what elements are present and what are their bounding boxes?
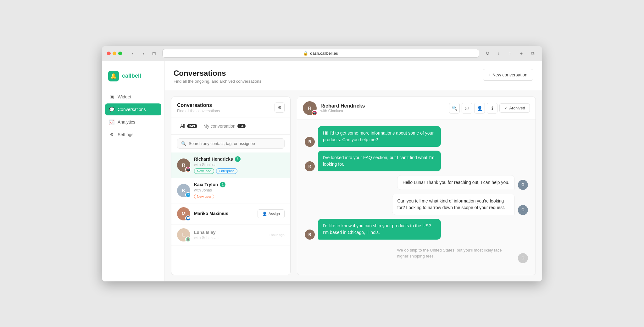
list-item[interactable]: K ✈ Kaia Tryfon 1 with Jonas New xyxy=(171,178,290,203)
security-icon: 🔒 xyxy=(303,51,308,56)
message-bubble: We do ship to the United States, but you… xyxy=(392,243,515,263)
message-row: Can you tell me what kind of information… xyxy=(305,194,528,215)
chat-info-button[interactable]: ℹ xyxy=(487,103,497,114)
assign-label: Assign xyxy=(269,212,280,216)
chat-tag-button[interactable]: 🏷 xyxy=(462,103,472,114)
browser-window: ‹ › ⊡ 🔒 dash.callbell.eu ↻ ↓ ↑ + ⧉ 🔔 cal… xyxy=(102,46,542,281)
panel-settings-button[interactable]: ⚙ xyxy=(275,103,285,113)
sidebar-item-widget[interactable]: ▣ Widget xyxy=(105,91,161,103)
sidebar-item-conversations[interactable]: 💬 Conversations xyxy=(105,103,161,115)
sidebar-toggle-button[interactable]: ⊡ xyxy=(150,49,158,58)
conv-info-kaia: Kaia Tryfon 1 with Jonas New user xyxy=(194,182,285,199)
tabs: All 349 My conversation 84 xyxy=(171,118,290,135)
widget-icon: ▣ xyxy=(109,94,114,100)
close-button[interactable] xyxy=(107,52,111,55)
avatar-wrap-richard: R 📷 xyxy=(177,158,190,172)
list-item[interactable]: R 📷 Richard Hendricks 3 with Gianluca xyxy=(171,152,290,178)
message-row: We do ship to the United States, but you… xyxy=(305,243,528,263)
conv-time-luna: 1 hour ago xyxy=(268,233,285,237)
sidebar-item-settings[interactable]: ⚙ Settings xyxy=(105,129,161,141)
msg-avatar-richard2: R xyxy=(305,161,315,171)
traffic-lights xyxy=(107,52,122,55)
settings-icon: ⚙ xyxy=(109,132,114,137)
panel-header: Conversations Find all the conversations… xyxy=(171,97,290,118)
message-row: Hello Luna! Thank you for reaching out, … xyxy=(305,175,528,190)
tabs-button[interactable]: ⧉ xyxy=(528,49,537,58)
avatar-wrap-kaia: K ✈ xyxy=(177,184,190,197)
sidebar-item-analytics[interactable]: 📈 Analytics xyxy=(105,116,161,128)
archived-button[interactable]: ✓ Archived xyxy=(499,103,530,113)
search-box[interactable]: 🔍 xyxy=(177,138,285,149)
browser-actions: ↻ ↓ ↑ + ⧉ xyxy=(483,49,537,58)
gear-icon: ⚙ xyxy=(278,105,282,110)
message-bubble: I've looked into your FAQ section, but I… xyxy=(318,151,441,171)
msg-avatar-agent3: G xyxy=(518,253,528,263)
msg-avatar-richard3: R xyxy=(305,230,315,240)
add-tab-button[interactable]: + xyxy=(517,49,526,58)
tag-enterprise: Enterprise xyxy=(216,168,237,174)
share-button[interactable]: ↑ xyxy=(506,49,514,58)
maximize-button[interactable] xyxy=(118,52,122,55)
browser-controls: ‹ › ⊡ xyxy=(128,49,158,58)
chat-header-info: Richard Hendricks with Gianluca xyxy=(320,103,445,113)
list-item[interactable]: L 📱 Luna Islay with Sebastian 1 hour ago xyxy=(171,224,290,246)
chat-assign-button[interactable]: 👤 xyxy=(474,103,485,114)
url-text: dash.callbell.eu xyxy=(310,51,338,56)
search-icon: 🔍 xyxy=(181,141,186,146)
conv-tags-kaia: New user xyxy=(194,194,285,199)
sidebar: 🔔 callbell ▣ Widget 💬 Conversations 📈 An… xyxy=(102,61,165,281)
channel-badge-messenger: 💬 xyxy=(185,215,191,221)
page-subtitle: Find all the ongoing, and archived conve… xyxy=(174,79,261,84)
logo-text: callbell xyxy=(122,73,141,79)
chat-search-button[interactable]: 🔍 xyxy=(449,103,460,114)
tab-all[interactable]: All 349 xyxy=(177,122,200,130)
conv-sub-kaia: with Jonas xyxy=(194,188,285,192)
back-button[interactable]: ‹ xyxy=(128,49,137,58)
minimize-button[interactable] xyxy=(113,52,116,55)
page-header-text: Conversations Find all the ongoing, and … xyxy=(174,69,261,84)
channel-badge-telegram: ✈ xyxy=(185,192,191,198)
message-bubble: Hello Luna! Thank you for reaching out, … xyxy=(397,175,515,190)
list-item[interactable]: M 💬 Mariko Maximus 👤 Assign xyxy=(171,203,290,224)
archived-label: Archived xyxy=(509,106,525,110)
avatar-wrap-mariko: M 💬 xyxy=(177,207,190,220)
sidebar-logo: 🔔 callbell xyxy=(102,68,164,91)
conv-info-richard: Richard Hendricks 3 with Gianluca New le… xyxy=(194,156,285,174)
conv-name-row-luna: Luna Islay xyxy=(194,230,264,235)
right-panel: R 📷 Richard Hendricks with Gianluca 🔍 xyxy=(297,97,536,275)
tag-icon: 🏷 xyxy=(465,106,469,111)
msg-avatar-agent2: G xyxy=(518,205,528,215)
left-panel: Conversations Find all the conversations… xyxy=(171,97,291,275)
panel-header-text: Conversations Find all the conversations xyxy=(177,103,220,113)
main-content: Conversations Find all the ongoing, and … xyxy=(165,61,542,281)
chat-messages: R Hi! I'd to get some more informations … xyxy=(297,120,536,275)
browser-titlebar: ‹ › ⊡ 🔒 dash.callbell.eu ↻ ↓ ↑ + ⧉ xyxy=(102,46,542,61)
page-header: Conversations Find all the ongoing, and … xyxy=(165,61,542,90)
message-bubble: I'd like to know if you can ship your pr… xyxy=(318,219,441,240)
chat-contact-name: Richard Hendricks xyxy=(320,103,445,109)
conv-name-luna: Luna Islay xyxy=(194,230,215,235)
conv-info-luna: Luna Islay with Sebastian xyxy=(194,230,264,240)
message-row: R I'd like to know if you can ship your … xyxy=(305,219,528,240)
address-bar[interactable]: 🔒 dash.callbell.eu xyxy=(162,49,479,58)
logo-icon: 🔔 xyxy=(108,71,119,81)
assign-button[interactable]: 👤 Assign xyxy=(258,209,285,218)
reload-button[interactable]: ↻ xyxy=(483,49,492,58)
forward-button[interactable]: › xyxy=(139,49,148,58)
chat-actions: 🔍 🏷 👤 ℹ ✓ xyxy=(449,103,530,114)
sidebar-item-label-settings: Settings xyxy=(118,132,134,137)
tab-my-conversation[interactable]: My conversation 84 xyxy=(200,122,249,130)
search-input[interactable] xyxy=(189,141,280,146)
tag-new-lead: New lead xyxy=(194,168,214,174)
conv-name-richard: Richard Hendricks xyxy=(194,157,233,162)
new-conversation-button[interactable]: + New conversation xyxy=(483,69,533,81)
download-button[interactable]: ↓ xyxy=(494,49,503,58)
analytics-icon: 📈 xyxy=(109,119,114,125)
checkmark-icon: ✓ xyxy=(504,106,508,110)
conv-name-row-mariko: Mariko Maximus xyxy=(194,211,254,216)
message-row: R I've looked into your FAQ section, but… xyxy=(305,151,528,171)
conv-sub-luna: with Sebastian xyxy=(194,236,264,240)
tab-all-badge: 349 xyxy=(187,124,197,128)
notif-badge-kaia: 1 xyxy=(220,182,225,187)
info-icon: ℹ xyxy=(491,106,493,111)
